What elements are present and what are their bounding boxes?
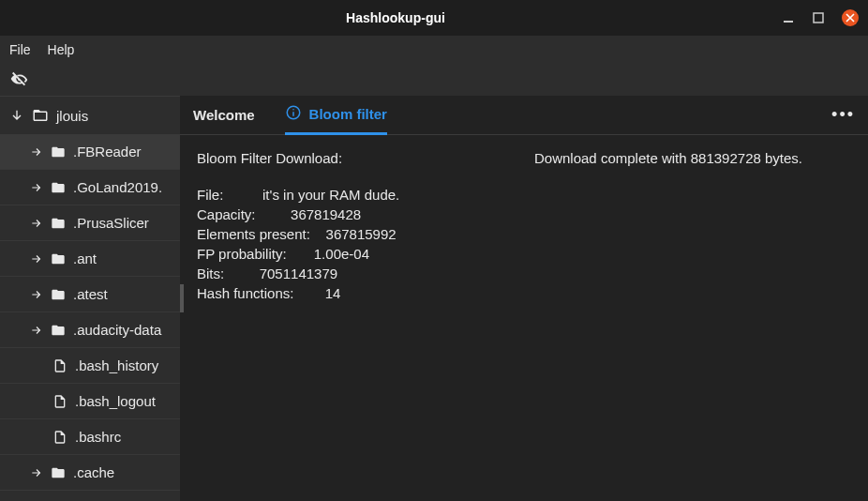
content-pane: Welcome Bloom filter ••• Bloom Filter Do… bbox=[180, 96, 868, 501]
arrow-right-icon bbox=[30, 324, 43, 337]
folder-open-icon bbox=[32, 107, 49, 124]
file-icon bbox=[52, 430, 67, 445]
menu-file[interactable]: File bbox=[9, 42, 31, 57]
tree-item-label: .cache bbox=[73, 464, 114, 480]
arrow-right-icon bbox=[30, 181, 43, 194]
arrow-right-icon bbox=[30, 217, 43, 230]
tree-root-label: jlouis bbox=[56, 108, 88, 124]
tree-item-label: .FBReader bbox=[73, 144, 142, 159]
tree-item-fbreader[interactable]: .FBReader bbox=[0, 134, 180, 170]
svg-point-4 bbox=[292, 108, 294, 110]
tree-item-label: .bash_history bbox=[75, 357, 158, 373]
tree-item-bash-logout[interactable]: .bash_logout bbox=[0, 384, 180, 419]
info-icon bbox=[285, 104, 302, 124]
folder-icon bbox=[51, 144, 66, 159]
tab-bloom-label: Bloom filter bbox=[309, 106, 387, 122]
arrow-down-icon bbox=[9, 108, 24, 123]
maximize-button[interactable] bbox=[812, 11, 825, 24]
tab-welcome-label: Welcome bbox=[193, 107, 255, 123]
folder-icon bbox=[51, 216, 66, 231]
toolbar bbox=[0, 64, 868, 96]
tree-item-label: .bashrc bbox=[75, 429, 121, 445]
minimize-button[interactable] bbox=[782, 11, 795, 24]
file-tree-sidebar[interactable]: jlouis .FBReader .GoLand2019. bbox=[0, 96, 180, 501]
tree-item-label: .audacity-data bbox=[73, 322, 161, 338]
tree-item-goland[interactable]: .GoLand2019. bbox=[0, 170, 180, 205]
tree-root[interactable]: jlouis bbox=[0, 97, 180, 134]
splitter-handle[interactable] bbox=[180, 284, 184, 312]
tree-item-label: .ant bbox=[73, 250, 97, 266]
folder-icon bbox=[51, 251, 66, 266]
arrow-right-icon bbox=[30, 252, 43, 266]
tree-item-cache[interactable]: .cache bbox=[0, 455, 180, 491]
download-status: Download complete with 881392728 bytes. bbox=[534, 148, 802, 168]
file-icon bbox=[52, 358, 67, 373]
tab-welcome[interactable]: Welcome bbox=[193, 96, 255, 135]
menu-help[interactable]: Help bbox=[48, 42, 75, 57]
download-label: Bloom Filter Download: bbox=[197, 148, 534, 168]
window-controls bbox=[782, 9, 859, 26]
tab-overflow-button[interactable]: ••• bbox=[831, 105, 855, 125]
arrow-right-icon bbox=[30, 288, 43, 301]
tree-item-atest[interactable]: .atest bbox=[0, 277, 180, 312]
main-area: jlouis .FBReader .GoLand2019. bbox=[0, 96, 868, 501]
tree-item-label: .bash_logout bbox=[75, 393, 156, 409]
bloom-panel: Bloom Filter Download: Download complete… bbox=[180, 135, 868, 316]
tree-item-label: .atest bbox=[73, 286, 108, 302]
tree-item-prusaslicer[interactable]: .PrusaSlicer bbox=[0, 205, 180, 241]
file-icon bbox=[52, 394, 67, 409]
window-title: Hashlookup-gui bbox=[9, 10, 782, 25]
bloom-stats: File: it's in your RAM dude. Capacity: 3… bbox=[197, 185, 851, 303]
folder-icon bbox=[51, 180, 66, 195]
tree-item-ant[interactable]: .ant bbox=[0, 241, 180, 277]
tree-item-audacity[interactable]: .audacity-data bbox=[0, 312, 180, 348]
arrow-right-icon bbox=[30, 145, 43, 159]
svg-rect-1 bbox=[814, 13, 823, 23]
folder-icon bbox=[51, 465, 66, 480]
svg-rect-0 bbox=[784, 21, 793, 23]
tabbar: Welcome Bloom filter ••• bbox=[180, 96, 868, 135]
arrow-right-icon bbox=[30, 466, 43, 479]
titlebar: Hashlookup-gui bbox=[0, 0, 868, 36]
tree-item-bashrc[interactable]: .bashrc bbox=[0, 419, 180, 455]
folder-icon bbox=[51, 323, 66, 338]
tree-item-label: .PrusaSlicer bbox=[73, 215, 149, 231]
folder-icon bbox=[51, 287, 66, 302]
menubar: File Help bbox=[0, 36, 868, 64]
tree-item-label: .GoLand2019. bbox=[73, 179, 162, 195]
tree-item-bash-history[interactable]: .bash_history bbox=[0, 348, 180, 384]
close-button[interactable] bbox=[842, 9, 859, 26]
tab-bloom-filter[interactable]: Bloom filter bbox=[285, 96, 387, 135]
visibility-off-icon[interactable] bbox=[9, 69, 30, 90]
